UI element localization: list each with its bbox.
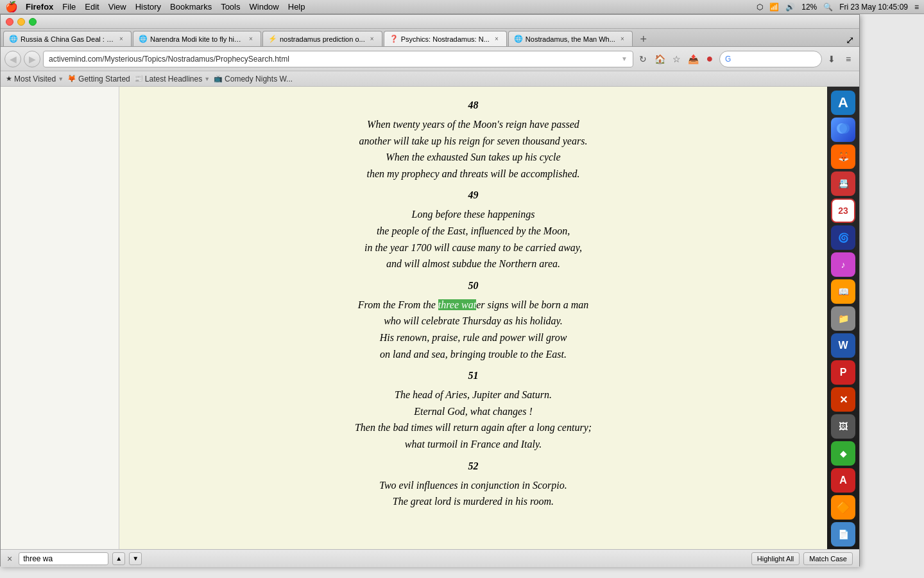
verse-51: 51 The head of Aries, Jupiter and Saturn… (255, 370, 692, 452)
tab-close-5[interactable]: × (618, 35, 627, 44)
dock-p-app[interactable]: P (831, 360, 855, 385)
find-input[interactable] (19, 552, 108, 565)
bookmark-headlines[interactable]: 📰 Latest Headlines ▼ (134, 74, 210, 83)
tab-5[interactable]: 🌐 Nostradamus, the Man Wh... × (508, 31, 633, 46)
maximize-button[interactable] (29, 18, 37, 26)
headlines-arrow: ▼ (204, 76, 210, 82)
verse-49-line1: Long before these happenings (255, 206, 692, 223)
search-bar[interactable]: G (719, 51, 822, 67)
tab-favicon-1: 🌐 (9, 35, 18, 44)
bookmark-getting-started-label: Getting Started (78, 74, 130, 83)
menu-icon-btn[interactable]: ≡ (841, 52, 855, 66)
dock-screensaver[interactable]: 🌀 (831, 225, 855, 250)
tab-favicon-4: ❓ (389, 35, 398, 44)
menu-view[interactable]: View (108, 2, 126, 12)
forward-button[interactable]: ▶ (24, 51, 40, 67)
menu-bookmarks[interactable]: Bookmarks (170, 2, 212, 12)
url-bar[interactable]: activemind.com/Mysterious/Topics/Nostrad… (43, 51, 633, 67)
verse-50-line3: His renown, praise, rule and power will … (255, 329, 692, 346)
reload-button[interactable]: ↻ (636, 52, 650, 66)
dock-green-app[interactable]: ◆ (831, 441, 855, 466)
verse-51-line3: Then the bad times will return again aft… (255, 419, 692, 436)
verse-51-line2: Eternal God, what changes ! (255, 403, 692, 420)
dock-itunes[interactable]: ♪ (831, 252, 855, 277)
bookmark-most-visited[interactable]: ★ Most Visited ▼ (6, 74, 64, 83)
bookmark-button[interactable]: ☆ (669, 52, 683, 66)
menu-tools[interactable]: Tools (221, 2, 240, 12)
most-visited-arrow: ▼ (58, 76, 64, 82)
page-content: 48 When twenty years of the Moon's reign… (119, 87, 827, 549)
tab-close-4[interactable]: × (492, 35, 501, 44)
tab-close-1[interactable]: × (117, 35, 126, 44)
mac-dock: A 🦊 📇 23 🌀 ♪ 📖 📁 W P ✕ 🖼 ◆ A 🔶 📄 🗑 (827, 87, 859, 549)
verse-number-50: 50 (255, 280, 692, 292)
new-tab-button[interactable]: + (637, 32, 651, 46)
verse-50: 50 From the From the three water signs w… (255, 280, 692, 362)
tab-favicon-5: 🌐 (514, 35, 523, 44)
dock-finder[interactable] (831, 118, 855, 142)
menu-help[interactable]: Help (288, 2, 305, 12)
dock-acrobat[interactable]: A (831, 468, 855, 493)
tab-title-1: Russia & China Gas Deal : Imp... (21, 35, 114, 43)
verse-50-line1: From the From the three water signs will… (255, 297, 692, 313)
restore-button[interactable]: ⤢ (846, 34, 854, 46)
match-case-button[interactable]: Match Case (803, 552, 853, 565)
dock-x-app[interactable]: ✕ (831, 387, 855, 412)
tab-2[interactable]: 🌐 Narendra Modi kite to fly high... × (133, 31, 261, 46)
dock-firefox[interactable]: 🦊 (831, 144, 855, 169)
menu-file[interactable]: File (62, 2, 76, 12)
tab-1[interactable]: 🌐 Russia & China Gas Deal : Imp... × (3, 31, 132, 46)
close-button[interactable] (6, 18, 13, 26)
back-button[interactable]: ◀ (4, 51, 21, 67)
dock-ibooks[interactable]: 📖 (831, 279, 855, 304)
dock-vlc[interactable]: 🔶 (831, 495, 855, 520)
dock-folder[interactable]: 📁 (831, 306, 855, 331)
bookmark-comedy[interactable]: 📺 Comedy Nights W... (214, 74, 293, 83)
url-text: activemind.com/Mysterious/Topics/Nostrad… (49, 55, 621, 64)
menu-window[interactable]: Window (250, 2, 279, 12)
account-button[interactable]: ● (703, 52, 717, 66)
verse-51-line4: what turmoil in France and Italy. (255, 436, 692, 453)
find-prev-button[interactable]: ▲ (112, 552, 125, 565)
bookmark-getting-started[interactable]: 🦊 Getting Started (67, 74, 130, 83)
tab-close-2[interactable]: × (246, 35, 255, 44)
verse-49-line2: the people of the East, influenced by th… (255, 223, 692, 240)
verse-number-49: 49 (255, 189, 692, 201)
dock-app-store[interactable]: A (831, 91, 855, 115)
wifi-icon[interactable]: 📶 (769, 3, 779, 12)
dock-blue-app[interactable]: 📄 (831, 522, 855, 547)
search-icon[interactable]: 🔍 (823, 3, 833, 12)
getting-started-icon: 🦊 (67, 74, 76, 83)
menu-firefox[interactable]: Firefox (26, 2, 53, 12)
find-next-button[interactable]: ▼ (129, 552, 142, 565)
menu-bar: 🍎 Firefox File Edit View History Bookmar… (0, 0, 924, 14)
list-icon[interactable]: ≡ (914, 3, 919, 12)
battery-indicator: 12% (801, 3, 817, 12)
menu-history[interactable]: History (135, 2, 161, 12)
tab-favicon-2: 🌐 (139, 35, 148, 44)
dock-image-capture[interactable]: 🖼 (831, 414, 855, 439)
minimize-button[interactable] (17, 18, 25, 26)
tab-close-3[interactable]: × (368, 35, 377, 44)
bookmark-most-visited-label: Most Visited (14, 74, 56, 83)
home-button[interactable]: 🏠 (653, 52, 667, 66)
nav-bar: ◀ ▶ activemind.com/Mysterious/Topics/Nos… (1, 47, 859, 71)
svg-point-1 (839, 123, 850, 134)
verse-48-line3: When the exhausted Sun takes up his cycl… (255, 149, 692, 166)
dock-address-book[interactable]: 📇 (831, 171, 855, 196)
highlight-all-button[interactable]: Highlight All (751, 552, 800, 565)
bluetooth-icon[interactable]: ⬡ (757, 3, 763, 12)
menu-bar-right: ⬡ 📶 🔊 12% 🔍 Fri 23 May 10:45:09 ≡ (757, 3, 919, 12)
verse-49: 49 Long before these happenings the peop… (255, 189, 692, 272)
find-close-button[interactable]: × (7, 554, 12, 564)
dock-word[interactable]: W (831, 333, 855, 358)
download-button[interactable]: ⬇ (825, 52, 839, 66)
tab-4[interactable]: ❓ Psychics: Nostradamus: N... × (384, 31, 507, 46)
menu-edit[interactable]: Edit (85, 2, 99, 12)
apple-menu[interactable]: 🍎 (5, 1, 18, 13)
volume-icon[interactable]: 🔊 (785, 3, 795, 12)
tab-3[interactable]: ⚡ nostradamus prediction o... × (262, 31, 382, 46)
url-dropdown-icon[interactable]: ▼ (621, 55, 628, 62)
dock-calendar[interactable]: 23 (831, 198, 855, 223)
share-button[interactable]: 📤 (686, 52, 700, 66)
